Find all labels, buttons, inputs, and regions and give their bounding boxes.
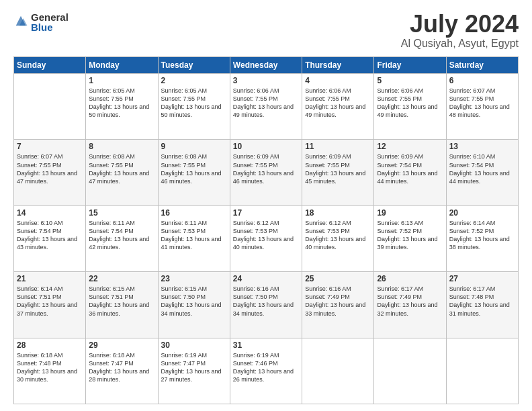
day-info: Sunrise: 6:06 AMSunset: 7:55 PMDaylight:… <box>233 87 299 120</box>
location-title: Al Qusiyah, Asyut, Egypt <box>401 38 519 50</box>
day-info: Sunrise: 6:07 AMSunset: 7:55 PMDaylight:… <box>449 87 515 120</box>
day-info: Sunrise: 6:09 AMSunset: 7:55 PMDaylight:… <box>233 152 299 185</box>
calendar-week-row: 7Sunrise: 6:07 AMSunset: 7:55 PMDaylight… <box>14 140 519 205</box>
day-number: 17 <box>233 208 299 218</box>
day-info: Sunrise: 6:11 AMSunset: 7:53 PMDaylight:… <box>161 219 227 252</box>
header-tuesday: Tuesday <box>158 57 230 74</box>
day-info: Sunrise: 6:11 AMSunset: 7:54 PMDaylight:… <box>89 219 154 252</box>
day-info: Sunrise: 6:14 AMSunset: 7:51 PMDaylight:… <box>17 285 83 318</box>
month-title: July 2024 <box>401 12 519 36</box>
day-info: Sunrise: 6:07 AMSunset: 7:55 PMDaylight:… <box>17 152 83 185</box>
table-row: 16Sunrise: 6:11 AMSunset: 7:53 PMDayligh… <box>158 205 230 271</box>
day-info: Sunrise: 6:05 AMSunset: 7:55 PMDaylight:… <box>89 87 154 120</box>
calendar-week-row: 28Sunrise: 6:18 AMSunset: 7:48 PMDayligh… <box>14 338 519 404</box>
table-row: 25Sunrise: 6:16 AMSunset: 7:49 PMDayligh… <box>302 272 374 338</box>
day-info: Sunrise: 6:09 AMSunset: 7:54 PMDaylight:… <box>377 152 443 185</box>
day-info: Sunrise: 6:15 AMSunset: 7:50 PMDaylight:… <box>161 285 227 318</box>
logo-icon <box>13 13 28 28</box>
day-info: Sunrise: 6:05 AMSunset: 7:55 PMDaylight:… <box>161 87 227 120</box>
day-number: 8 <box>89 142 154 151</box>
day-number: 25 <box>305 274 371 283</box>
day-number: 18 <box>305 208 371 218</box>
table-row: 11Sunrise: 6:09 AMSunset: 7:55 PMDayligh… <box>302 140 374 205</box>
table-row: 13Sunrise: 6:10 AMSunset: 7:54 PMDayligh… <box>446 140 518 205</box>
day-info: Sunrise: 6:19 AMSunset: 7:46 PMDaylight:… <box>233 351 299 384</box>
day-number: 24 <box>233 274 299 283</box>
day-number: 3 <box>233 76 299 85</box>
day-info: Sunrise: 6:14 AMSunset: 7:52 PMDaylight:… <box>449 219 515 252</box>
day-number: 12 <box>377 142 443 151</box>
day-number: 21 <box>17 274 83 283</box>
day-info: Sunrise: 6:10 AMSunset: 7:54 PMDaylight:… <box>449 152 515 185</box>
table-row: 26Sunrise: 6:17 AMSunset: 7:49 PMDayligh… <box>374 272 446 338</box>
day-number: 20 <box>449 208 515 218</box>
day-number: 22 <box>89 274 154 283</box>
title-area: July 2024 Al Qusiyah, Asyut, Egypt <box>401 12 519 50</box>
day-number: 4 <box>305 76 371 85</box>
day-info: Sunrise: 6:18 AMSunset: 7:47 PMDaylight:… <box>89 351 154 384</box>
table-row <box>14 74 86 140</box>
day-number: 14 <box>17 208 83 218</box>
day-info: Sunrise: 6:18 AMSunset: 7:48 PMDaylight:… <box>17 351 83 384</box>
day-info: Sunrise: 6:12 AMSunset: 7:53 PMDaylight:… <box>305 219 371 252</box>
calendar-week-row: 1Sunrise: 6:05 AMSunset: 7:55 PMDaylight… <box>14 74 519 140</box>
header: General Blue July 2024 Al Qusiyah, Asyut… <box>13 12 519 50</box>
table-row: 18Sunrise: 6:12 AMSunset: 7:53 PMDayligh… <box>302 205 374 271</box>
day-info: Sunrise: 6:09 AMSunset: 7:55 PMDaylight:… <box>305 152 371 185</box>
table-row: 4Sunrise: 6:06 AMSunset: 7:55 PMDaylight… <box>302 74 374 140</box>
calendar-header-row: Sunday Monday Tuesday Wednesday Thursday… <box>14 57 519 74</box>
table-row <box>446 338 518 404</box>
table-row: 30Sunrise: 6:19 AMSunset: 7:47 PMDayligh… <box>158 338 230 404</box>
logo: General Blue <box>13 12 69 32</box>
calendar-week-row: 14Sunrise: 6:10 AMSunset: 7:54 PMDayligh… <box>14 205 519 271</box>
table-row: 8Sunrise: 6:08 AMSunset: 7:55 PMDaylight… <box>86 140 158 205</box>
table-row: 7Sunrise: 6:07 AMSunset: 7:55 PMDaylight… <box>14 140 86 205</box>
day-info: Sunrise: 6:10 AMSunset: 7:54 PMDaylight:… <box>17 219 83 252</box>
table-row: 31Sunrise: 6:19 AMSunset: 7:46 PMDayligh… <box>230 338 302 404</box>
day-info: Sunrise: 6:17 AMSunset: 7:48 PMDaylight:… <box>449 285 515 318</box>
table-row: 27Sunrise: 6:17 AMSunset: 7:48 PMDayligh… <box>446 272 518 338</box>
day-number: 5 <box>377 76 443 85</box>
table-row: 20Sunrise: 6:14 AMSunset: 7:52 PMDayligh… <box>446 205 518 271</box>
day-info: Sunrise: 6:13 AMSunset: 7:52 PMDaylight:… <box>377 219 443 252</box>
table-row: 14Sunrise: 6:10 AMSunset: 7:54 PMDayligh… <box>14 205 86 271</box>
table-row: 5Sunrise: 6:06 AMSunset: 7:55 PMDaylight… <box>374 74 446 140</box>
header-thursday: Thursday <box>302 57 374 74</box>
table-row: 22Sunrise: 6:15 AMSunset: 7:51 PMDayligh… <box>86 272 158 338</box>
table-row: 28Sunrise: 6:18 AMSunset: 7:48 PMDayligh… <box>14 338 86 404</box>
header-monday: Monday <box>86 57 158 74</box>
table-row: 21Sunrise: 6:14 AMSunset: 7:51 PMDayligh… <box>14 272 86 338</box>
day-number: 1 <box>89 76 154 85</box>
day-info: Sunrise: 6:16 AMSunset: 7:50 PMDaylight:… <box>233 285 299 318</box>
day-number: 26 <box>377 274 443 283</box>
day-number: 13 <box>449 142 515 151</box>
day-number: 7 <box>17 142 83 151</box>
logo-general: General <box>31 12 69 22</box>
day-number: 9 <box>161 142 227 151</box>
day-number: 15 <box>89 208 154 218</box>
day-number: 27 <box>449 274 515 283</box>
table-row <box>302 338 374 404</box>
table-row: 10Sunrise: 6:09 AMSunset: 7:55 PMDayligh… <box>230 140 302 205</box>
day-number: 10 <box>233 142 299 151</box>
day-number: 30 <box>161 340 227 350</box>
day-info: Sunrise: 6:06 AMSunset: 7:55 PMDaylight:… <box>377 87 443 120</box>
table-row: 3Sunrise: 6:06 AMSunset: 7:55 PMDaylight… <box>230 74 302 140</box>
table-row: 12Sunrise: 6:09 AMSunset: 7:54 PMDayligh… <box>374 140 446 205</box>
day-number: 6 <box>449 76 515 85</box>
day-info: Sunrise: 6:06 AMSunset: 7:55 PMDaylight:… <box>305 87 371 120</box>
table-row: 1Sunrise: 6:05 AMSunset: 7:55 PMDaylight… <box>86 74 158 140</box>
day-number: 16 <box>161 208 227 218</box>
logo-text: General Blue <box>31 12 69 32</box>
day-info: Sunrise: 6:16 AMSunset: 7:49 PMDaylight:… <box>305 285 371 318</box>
day-number: 29 <box>89 340 154 350</box>
table-row: 15Sunrise: 6:11 AMSunset: 7:54 PMDayligh… <box>86 205 158 271</box>
header-wednesday: Wednesday <box>230 57 302 74</box>
day-number: 2 <box>161 76 227 85</box>
page: General Blue July 2024 Al Qusiyah, Asyut… <box>0 0 532 411</box>
table-row: 9Sunrise: 6:08 AMSunset: 7:55 PMDaylight… <box>158 140 230 205</box>
calendar-table: Sunday Monday Tuesday Wednesday Thursday… <box>13 56 519 404</box>
table-row: 29Sunrise: 6:18 AMSunset: 7:47 PMDayligh… <box>86 338 158 404</box>
table-row: 2Sunrise: 6:05 AMSunset: 7:55 PMDaylight… <box>158 74 230 140</box>
header-saturday: Saturday <box>446 57 518 74</box>
